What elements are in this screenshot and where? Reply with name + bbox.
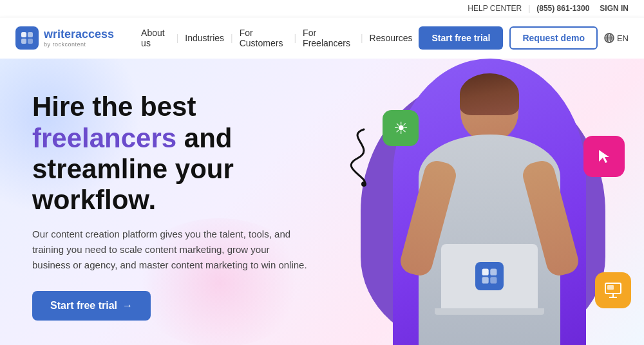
svg-rect-2 <box>21 39 26 44</box>
nav-item-about[interactable]: About us <box>135 24 176 52</box>
headline-highlight: freelancers <box>32 123 176 153</box>
nav-item-resources[interactable]: Resources <box>363 29 419 47</box>
logo-icon <box>15 26 39 50</box>
nav-item-customers[interactable]: For Customers <box>233 24 294 52</box>
headline-line2: and <box>176 123 232 153</box>
squiggle-decoration <box>338 123 390 187</box>
hero-left: Hire the best freelancers and streamline… <box>0 59 335 345</box>
hero-image-container <box>380 59 599 345</box>
svg-rect-12 <box>490 277 497 283</box>
hero-subtitle: Our content creation platform gives you … <box>32 227 309 273</box>
language-selector[interactable]: EN <box>604 33 629 43</box>
utility-bar: HELP CENTER | (855) 861-1300 SIGN IN <box>0 0 644 17</box>
float-yellow-card <box>595 272 631 308</box>
person-figure <box>406 70 573 345</box>
navbar: writeraccess by rockcontent About us | I… <box>0 17 644 59</box>
svg-point-13 <box>361 182 366 187</box>
nav-links: About us | Industries | For Customers | … <box>135 24 419 52</box>
laptop-base <box>435 308 544 315</box>
svg-rect-11 <box>482 277 489 283</box>
nav-item-industries[interactable]: Industries <box>178 29 231 47</box>
cta-label: Start free trial <box>50 300 117 312</box>
svg-rect-1 <box>28 32 33 37</box>
lang-label: EN <box>617 33 629 43</box>
laptop <box>441 244 538 308</box>
cursor-icon <box>594 146 614 167</box>
logo-sub: by rockcontent <box>44 41 114 48</box>
headline-bold: workflow. <box>32 185 156 215</box>
sun-icon: ☀ <box>393 118 408 138</box>
globe-icon <box>604 33 614 43</box>
float-pink-card <box>583 136 625 177</box>
logo-name-accent: raccess <box>71 28 114 41</box>
sign-in-link[interactable]: SIGN IN <box>600 4 629 13</box>
nav-actions: Start free trial Request demo EN <box>419 26 629 50</box>
divider: | <box>528 4 530 13</box>
start-free-trial-nav-button[interactable]: Start free trial <box>419 26 503 50</box>
person-hair <box>460 73 519 115</box>
hero-right: ☀ <box>335 59 644 345</box>
logo-text: writeraccess by rockcontent <box>44 28 114 48</box>
logo-name: writeraccess <box>44 28 114 41</box>
svg-rect-9 <box>482 269 489 275</box>
headline-line3: streamline your <box>32 154 234 184</box>
laptop-logo <box>475 262 504 290</box>
nav-item-freelancers[interactable]: For Freelancers <box>296 24 361 52</box>
headline-line1: Hire the best <box>32 91 196 122</box>
svg-rect-17 <box>607 285 614 290</box>
hero-section: Hire the best freelancers and streamline… <box>0 59 644 345</box>
start-free-trial-cta-button[interactable]: Start free trial → <box>32 291 151 321</box>
monitor-icon <box>603 281 623 300</box>
svg-rect-3 <box>28 39 33 44</box>
svg-rect-0 <box>21 32 26 37</box>
help-center-link[interactable]: HELP CENTER <box>468 4 522 13</box>
svg-rect-10 <box>490 269 497 275</box>
cta-arrow-icon: → <box>122 300 133 312</box>
logo-link[interactable]: writeraccess by rockcontent <box>15 26 114 50</box>
hero-headline: Hire the best freelancers and streamline… <box>32 91 309 216</box>
logo-name-plain: write <box>44 28 71 41</box>
phone-link[interactable]: (855) 861-1300 <box>536 4 589 13</box>
request-demo-button[interactable]: Request demo <box>509 26 597 50</box>
